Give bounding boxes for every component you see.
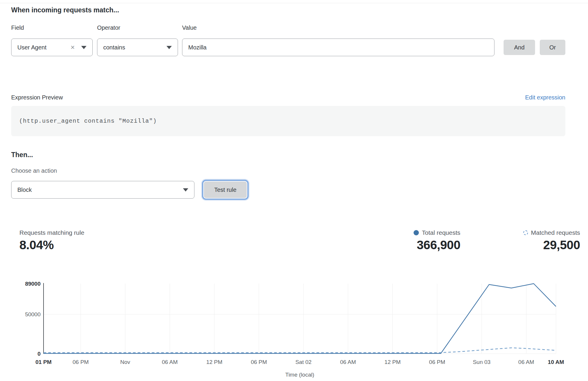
operator-select-value: contains — [103, 44, 166, 51]
svg-text:06 PM: 06 PM — [251, 359, 267, 365]
value-input[interactable] — [182, 39, 494, 56]
then-heading: Then... — [11, 151, 565, 159]
operator-select[interactable]: contains — [97, 39, 178, 56]
expression-code: (http.user_agent contains "Mozilla") — [19, 118, 157, 124]
chevron-down-icon — [166, 46, 172, 49]
total-requests-dot-icon — [414, 230, 419, 235]
and-button[interactable]: And — [504, 40, 535, 55]
svg-text:Sun 03: Sun 03 — [473, 359, 490, 365]
field-labels-row: Field Operator Value — [11, 24, 565, 31]
svg-text:0: 0 — [37, 351, 41, 357]
requests-chart: 8900050000001 PM06 PMNov06 AM12 PM06 PMS… — [9, 280, 566, 381]
matched-requests-value: 29,500 — [543, 238, 580, 252]
match-heading: When incoming requests match... — [11, 6, 565, 14]
svg-text:Sat 02: Sat 02 — [295, 359, 312, 365]
choose-action-label: Choose an action — [11, 167, 565, 174]
svg-text:89000: 89000 — [25, 281, 41, 287]
total-requests-value: 366,900 — [417, 238, 460, 252]
field-label: Field — [11, 24, 97, 31]
value-label: Value — [182, 24, 565, 31]
action-row: Block Test rule — [11, 181, 565, 199]
total-requests-label: Total requests — [422, 229, 460, 237]
matching-rule-label: Requests matching rule — [19, 229, 84, 237]
requests-chart-container: 8900050000001 PM06 PMNov06 AM12 PM06 PMS… — [9, 280, 588, 381]
expression-header: Expression Preview Edit expression — [11, 94, 565, 101]
operator-label: Operator — [97, 24, 182, 31]
edit-expression-link[interactable]: Edit expression — [525, 94, 565, 101]
svg-text:10 AM: 10 AM — [548, 359, 564, 365]
chevron-down-icon — [81, 46, 86, 49]
chevron-down-icon — [183, 188, 188, 192]
svg-text:01 PM: 01 PM — [36, 359, 52, 365]
field-select-value: User Agent — [17, 44, 71, 51]
clear-field-icon[interactable]: × — [71, 44, 75, 51]
svg-text:06 AM: 06 AM — [518, 359, 534, 365]
test-rule-button[interactable]: Test rule — [204, 182, 247, 198]
condition-row: User Agent × contains And Or — [11, 39, 565, 56]
svg-text:50000: 50000 — [25, 311, 41, 317]
expression-preview-box: (http.user_agent contains "Mozilla") — [11, 106, 565, 136]
svg-text:12 PM: 12 PM — [206, 359, 222, 365]
matched-requests-stat: Matched requests 29,500 — [523, 229, 580, 252]
total-requests-stat: Total requests 366,900 — [414, 229, 460, 252]
action-select-value: Block — [17, 187, 183, 193]
svg-text:06 AM: 06 AM — [340, 359, 356, 365]
svg-text:Time (local): Time (local) — [285, 372, 314, 378]
or-button[interactable]: Or — [540, 40, 565, 55]
matched-requests-label: Matched requests — [531, 229, 580, 237]
rule-builder: When incoming requests match... Field Op… — [0, 0, 588, 252]
field-select[interactable]: User Agent × — [11, 39, 93, 56]
svg-text:06 AM: 06 AM — [162, 359, 178, 365]
matching-rule-stat: Requests matching rule 8.04% — [19, 229, 84, 252]
svg-text:06 PM: 06 PM — [73, 359, 89, 365]
stats-row: Requests matching rule 8.04% Total reque… — [11, 229, 565, 252]
expression-preview-label: Expression Preview — [11, 94, 63, 101]
matched-requests-circle-icon — [523, 230, 528, 235]
svg-text:Nov: Nov — [120, 359, 130, 365]
matching-rule-value: 8.04% — [19, 238, 84, 252]
svg-text:06 PM: 06 PM — [429, 359, 445, 365]
action-select[interactable]: Block — [11, 181, 194, 199]
svg-text:12 PM: 12 PM — [384, 359, 401, 365]
